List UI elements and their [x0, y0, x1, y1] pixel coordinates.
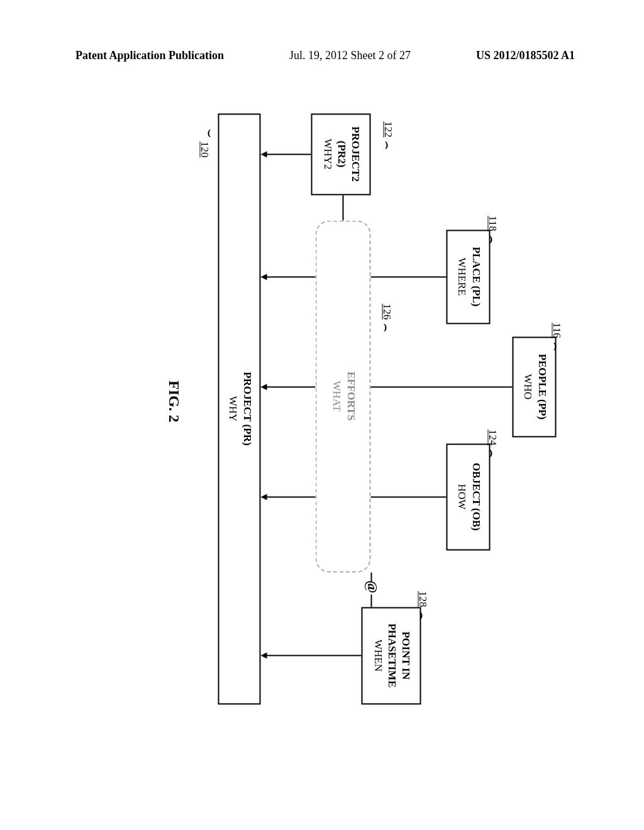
arrow-people-down [261, 384, 267, 390]
box-efforts: EFFORTS WHAT [316, 220, 371, 572]
arrow-place-down [261, 274, 267, 280]
ref-phasetime: 128 [416, 591, 429, 607]
conn-efforts-at [371, 572, 372, 581]
arrow-object-down [261, 494, 267, 500]
conn-place-efforts [371, 276, 447, 277]
conn-phasetime-down [266, 655, 362, 656]
arrow-phasetime-down [261, 652, 267, 658]
brace-place: ⌢ [482, 235, 502, 244]
diagram-inner: PEOPLE (PP) WHO 116 ⌢ PLACE (PL) WHERE 1… [85, 91, 563, 723]
ref-project: 120 [198, 141, 211, 158]
box-phasetime-l3: WHEN [370, 611, 384, 700]
box-efforts-l1: EFFORTS [343, 221, 357, 571]
ref-object: 124 [486, 429, 499, 446]
conn-object-efforts [371, 496, 447, 497]
ref-project2: 122 [382, 121, 394, 138]
figure-diagram: PEOPLE (PP) WHO 116 ⌢ PLACE (PL) WHERE 1… [8, 169, 640, 646]
figure-label: FIG. 2 [165, 380, 182, 423]
box-object-l2: HOW [455, 447, 469, 546]
box-project2: PROJECT2 (PR2) WHY2 [311, 113, 371, 195]
box-object: OBJECT (OB) HOW [447, 443, 491, 550]
conn-people-down [266, 386, 316, 387]
box-project: PROJECT (PR) WHY [218, 113, 261, 704]
box-project-l2: WHY [226, 117, 240, 700]
box-project-l1: PROJECT (PR) [240, 117, 253, 700]
box-phasetime-l1: POINT IN [399, 611, 413, 700]
box-people-l1: PEOPLE (PP) [535, 340, 548, 433]
box-people-l2: WHO [521, 340, 535, 433]
box-place-l1: PLACE (PL) [469, 233, 482, 320]
brace-phasetime: ⌢ [413, 611, 432, 620]
at-symbol: @ [364, 580, 380, 593]
brace-project: ⌢ [198, 129, 218, 138]
conn-place-down [266, 276, 316, 277]
conn-object-down [266, 496, 316, 497]
conn-at-phasetime [371, 594, 372, 607]
box-phasetime: POINT IN PHASETIME WHEN [362, 607, 421, 704]
page-header: Patent Application Publication Jul. 19, … [0, 49, 644, 62]
header-left: Patent Application Publication [75, 49, 224, 62]
ref-efforts: 126 [380, 304, 393, 320]
box-project2-l1: PROJECT2 [348, 117, 362, 191]
brace-efforts: ⌢ [377, 323, 396, 332]
brace-project2: ⌢ [378, 141, 397, 150]
ref-place: 118 [486, 216, 499, 231]
ref-people: 116 [550, 323, 563, 338]
header-right: US 2012/0185502 A1 [476, 49, 575, 62]
box-object-l1: OBJECT (OB) [469, 447, 482, 546]
box-phasetime-l2: PHASETIME [384, 611, 398, 700]
header-center: Jul. 19, 2012 Sheet 2 of 27 [289, 49, 411, 62]
brace-object: ⌢ [482, 449, 502, 458]
box-project2-l3: WHY2 [320, 117, 334, 191]
box-people: PEOPLE (PP) WHO [513, 336, 557, 437]
box-efforts-l2: WHAT [330, 221, 343, 571]
box-project2-l2: (PR2) [334, 117, 348, 191]
conn-project2-efforts [343, 195, 344, 220]
conn-project2-down [266, 153, 311, 155]
brace-people: ⌢ [547, 342, 566, 351]
box-place-l2: WHERE [455, 233, 469, 320]
arrow-project2-down [261, 151, 267, 157]
conn-people-efforts [371, 386, 513, 387]
